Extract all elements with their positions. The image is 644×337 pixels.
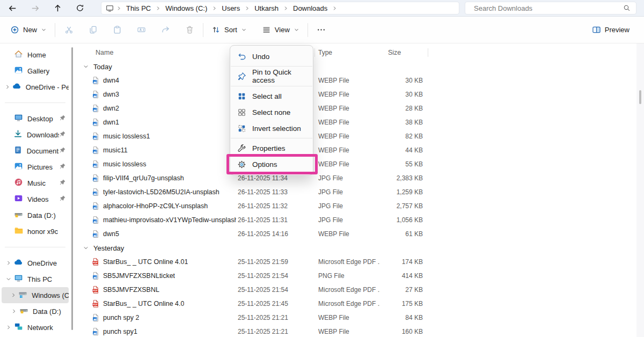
expand-chevron[interactable] — [4, 325, 13, 330]
expand-chevron[interactable] — [4, 84, 11, 90]
column-divider[interactable] — [428, 48, 428, 57]
pin-filled-icon — [59, 114, 66, 121]
expand-chevron[interactable] — [10, 309, 18, 314]
menu-item-pin-to-quick-access[interactable]: Pin to Quick access — [230, 68, 313, 84]
paste-button[interactable] — [107, 21, 127, 39]
sidebar-item-windows-c[interactable]: Windows (C:) — [2, 287, 69, 303]
sort-button-label: Sort — [224, 26, 237, 34]
file-type: WEBP File — [317, 146, 380, 154]
file-row[interactable]: dwn5 26-11-2025 14:16 WEBP File 61 KB — [72, 227, 636, 241]
file-row[interactable]: punch spy 2 25-11-2025 21:21 WEBP File 8… — [72, 311, 636, 325]
menu-item-undo[interactable]: Undo — [230, 48, 313, 64]
sidebar-item-honor-x9c[interactable]: honor x9c — [2, 223, 69, 239]
menu-item-properties[interactable]: Properties — [230, 140, 313, 156]
up-button[interactable] — [53, 3, 62, 13]
file-row[interactable]: dwn3 WEBP File 30 KB — [72, 87, 636, 101]
sort-button[interactable]: Sort — [207, 21, 252, 39]
rename-button[interactable] — [131, 21, 151, 39]
new-button-label: New — [23, 26, 37, 34]
sidebar-item-downloads[interactable]: Downloads — [2, 127, 69, 143]
group-header-today[interactable]: Today — [72, 60, 636, 74]
pin-filled-icon — [59, 195, 66, 202]
column-divider[interactable] — [314, 48, 315, 57]
sidebar-item-pictures[interactable]: Pictures — [2, 159, 69, 175]
preview-button[interactable]: Preview — [587, 21, 634, 39]
file-row[interactable]: PDFSB5JMVFZXSBNL 25-11-2025 21:54 Micros… — [72, 283, 636, 297]
sidebar-item-data-d[interactable]: Data (D:) — [2, 207, 69, 223]
share-button[interactable] — [155, 21, 175, 39]
back-button[interactable] — [8, 3, 17, 13]
menu-item-options[interactable]: Options — [230, 156, 313, 172]
scrollbar-thumb[interactable] — [639, 90, 641, 104]
view-button[interactable]: View — [257, 21, 304, 39]
file-date-modified: 25-11-2025 21:21 — [236, 314, 317, 321]
locked-drive-icon — [14, 210, 23, 219]
expand-chevron[interactable] — [10, 292, 17, 298]
image-file-icon — [91, 313, 100, 322]
sidebar-item-desktop[interactable]: Desktop — [2, 111, 69, 127]
breadcrumb-segment-windows-c[interactable]: Windows (C:) — [162, 4, 210, 13]
sidebar-item-onedrive-perso[interactable]: OneDrive - Perso — [2, 79, 69, 95]
file-type: JPG File — [317, 174, 380, 182]
group-header-yesterday[interactable]: Yesterday — [72, 241, 636, 255]
options-gear-icon — [237, 160, 246, 169]
sidebar-item-videos[interactable]: Videos — [2, 191, 69, 207]
expand-chevron[interactable] — [4, 260, 13, 266]
breadcrumb-segment-utkarsh[interactable]: Utkarsh — [251, 4, 282, 13]
delete-button[interactable] — [179, 21, 200, 39]
sidebar-item-gallery[interactable]: Gallery — [2, 63, 69, 79]
file-row[interactable]: mathieu-improvisato-xV1YWpTediw-unsplash… — [72, 213, 636, 227]
file-row[interactable]: tyler-lastovich-L5D26M5U2IA-unsplash 26-… — [72, 185, 636, 199]
new-button[interactable]: New — [5, 21, 52, 39]
file-row[interactable]: dwn2 WEBP File 28 KB — [72, 101, 636, 115]
file-row[interactable]: alphacolor-HhoPP-zC9LY-unsplash 26-11-20… — [72, 199, 636, 213]
sidebar-item-home[interactable]: Home — [2, 47, 69, 63]
menu-item-invert-selection[interactable]: Invert selection — [230, 120, 313, 136]
address-bar[interactable]: This PCWindows (C:)UsersUtkarshDownloads — [101, 2, 459, 14]
sidebar-item-documents[interactable]: Documents — [2, 143, 69, 159]
see-more-button[interactable] — [311, 21, 332, 39]
cut-button[interactable] — [58, 21, 79, 39]
menu-item-select-none[interactable]: Select none — [230, 104, 313, 120]
breadcrumb-segment-downloads[interactable]: Downloads — [290, 4, 331, 13]
search-input[interactable] — [473, 4, 623, 13]
file-row[interactable]: punch spy1 25-11-2025 21:21 WEBP File 16… — [72, 325, 636, 337]
file-row[interactable]: SB5JMVFZXSBNLticket 25-11-2025 21:54 PNG… — [72, 269, 636, 283]
sidebar-item-onedrive[interactable]: OneDrive — [2, 255, 69, 271]
sidebar-item-data-d[interactable]: Data (D:) — [2, 303, 69, 319]
column-header-type[interactable]: Type — [317, 49, 380, 56]
forward-button[interactable] — [30, 3, 40, 13]
file-row[interactable]: PDFStarBus_ _ UTC Online 4.01 25-11-2025… — [72, 255, 636, 269]
expand-chevron[interactable] — [4, 276, 13, 282]
sidebar-item-this-pc[interactable]: This PC — [2, 271, 69, 287]
group-collapse-chevron[interactable] — [83, 64, 90, 69]
videos-icon — [14, 194, 23, 203]
column-header-name[interactable]: Name — [72, 49, 236, 56]
sidebar-item-music[interactable]: Music — [2, 175, 69, 191]
breadcrumb-segment-users[interactable]: Users — [218, 4, 243, 13]
file-size: 61 KB — [380, 230, 423, 238]
search-box[interactable] — [465, 2, 636, 14]
file-row[interactable]: music11 WEBP File 44 KB — [72, 143, 636, 157]
file-row[interactable]: dwn4 WEBP File 30 KB — [72, 74, 636, 87]
onedrive-icon — [12, 82, 21, 91]
file-size: 174 KB — [380, 258, 423, 266]
file-name: SB5JMVFZXSBNL — [103, 286, 159, 294]
file-size: 38 KB — [380, 119, 423, 126]
file-row[interactable]: music lossless WEBP File 55 KB — [72, 157, 636, 171]
file-name: punch spy 2 — [103, 314, 139, 321]
column-header-size[interactable]: Size — [380, 49, 423, 56]
group-collapse-chevron[interactable] — [83, 245, 90, 251]
sidebar-item-network[interactable]: Network — [2, 319, 69, 335]
sidebar-divider — [5, 102, 65, 103]
file-row[interactable]: dwn1 WEBP File 38 KB — [72, 115, 636, 129]
breadcrumb-segment-this-pc[interactable]: This PC — [123, 4, 154, 13]
file-row[interactable]: music lossless1 WEBP File 82 KB — [72, 129, 636, 143]
copy-button[interactable] — [83, 21, 103, 39]
file-row[interactable]: filip-VIIf4_qrUu7g-unsplash 26-11-2025 1… — [72, 171, 636, 185]
refresh-button[interactable] — [75, 3, 85, 13]
menu-item-select-all[interactable]: Select all — [230, 88, 313, 104]
file-name: dwn4 — [103, 77, 119, 84]
sidebar-scrollbar[interactable] — [71, 47, 73, 330]
file-row[interactable]: PDFStarBus_ _ UTC Online 4.0 25-11-2025 … — [72, 297, 636, 311]
